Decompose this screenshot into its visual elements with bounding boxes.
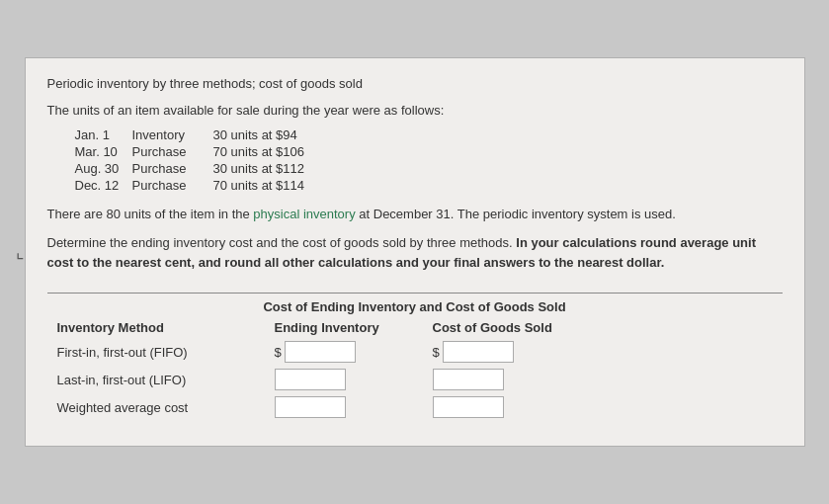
fifo-ending-input[interactable]: [285, 341, 356, 363]
inv-date: Mar. 10: [75, 144, 132, 159]
lifo-cogs-group: [433, 369, 591, 390]
inv-type: Purchase: [132, 144, 213, 159]
wavg-ending-group: [275, 396, 433, 418]
col-cogs-header: Cost of Goods Sold: [433, 320, 591, 335]
inv-detail: 30 units at $112: [213, 161, 305, 176]
fifo-label: First-in, first-out (FIFO): [57, 345, 275, 360]
instruction-text: Determine the ending inventory cost and …: [47, 233, 783, 273]
fifo-cogs-dollar: $: [433, 345, 440, 360]
cost-section: Cost of Ending Inventory and Cost of Goo…: [47, 293, 783, 418]
wavg-ending-input[interactable]: [275, 396, 346, 418]
inventory-row: Mar. 10 Purchase 70 units at $106: [75, 144, 783, 159]
intro-text: The units of an item available for sale …: [47, 103, 783, 118]
inventory-table: Jan. 1 Inventory 30 units at $94 Mar. 10…: [75, 127, 783, 193]
col-method-header: Inventory Method: [57, 320, 275, 335]
lifo-label: Last-in, first-out (LIFO): [57, 373, 275, 387]
lifo-cogs-input[interactable]: [433, 369, 504, 390]
fifo-cogs-input[interactable]: [443, 341, 514, 363]
inventory-row: Dec. 12 Purchase 70 units at $114: [75, 178, 783, 193]
inventory-row: Jan. 1 Inventory 30 units at $94: [75, 127, 783, 142]
inv-type: Purchase: [132, 161, 213, 176]
description-before: There are 80 units of the item in the: [47, 207, 254, 221]
inv-date: Aug. 30: [75, 161, 132, 176]
inv-detail: 70 units at $106: [213, 144, 305, 159]
cost-section-title: Cost of Ending Inventory and Cost of Goo…: [47, 293, 783, 314]
inv-detail: 70 units at $114: [213, 178, 305, 193]
lifo-ending-input[interactable]: [275, 369, 346, 390]
wavg-cogs-input[interactable]: [433, 396, 504, 418]
inventory-row: Aug. 30 Purchase 30 units at $112: [75, 161, 783, 176]
fifo-row: First-in, first-out (FIFO) $ $: [57, 341, 783, 363]
fifo-ending-group: $: [275, 341, 433, 363]
inv-type: Purchase: [132, 178, 213, 193]
main-card: ⌞ Periodic inventory by three methods; c…: [25, 57, 805, 448]
inv-type: Inventory: [132, 127, 213, 142]
arrow-left-icon[interactable]: ⌞: [16, 241, 24, 263]
card-title: Periodic inventory by three methods; cos…: [47, 76, 783, 91]
description-after: at December 31. The periodic inventory s…: [356, 207, 676, 221]
inv-detail: 30 units at $94: [213, 127, 297, 142]
fifo-cogs-group: $: [433, 341, 591, 363]
inv-date: Jan. 1: [75, 127, 132, 142]
wavg-cogs-group: [433, 396, 591, 418]
lifo-ending-group: [275, 369, 433, 390]
wavg-row: Weighted average cost: [57, 396, 783, 418]
description-highlight: physical inventory: [253, 207, 355, 221]
col-ending-header: Ending Inventory: [275, 320, 433, 335]
lifo-row: Last-in, first-out (LIFO): [57, 369, 783, 390]
wavg-label: Weighted average cost: [57, 400, 275, 415]
instruction-normal: Determine the ending inventory cost and …: [47, 235, 517, 250]
fifo-ending-dollar: $: [275, 345, 282, 360]
description-text: There are 80 units of the item in the ph…: [47, 205, 783, 224]
inv-date: Dec. 12: [75, 178, 132, 193]
cost-header-row: Inventory Method Ending Inventory Cost o…: [57, 320, 783, 335]
